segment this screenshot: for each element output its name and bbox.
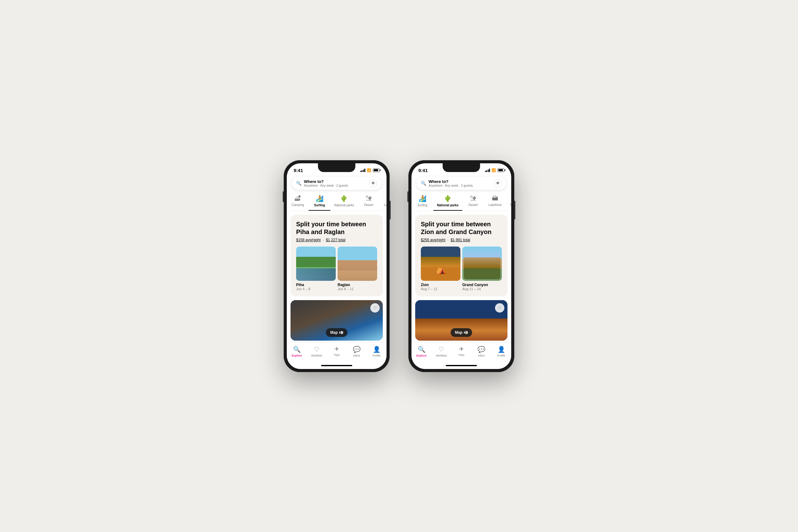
location-3-block: Zion Aug 7 – 11 — [421, 247, 460, 291]
status-time-1: 9:41 — [293, 168, 303, 173]
nav-explore-2[interactable]: 🔍 Explore — [412, 346, 432, 357]
inbox-label-1: Inbox — [353, 354, 360, 357]
category-tabs-1: 🏕 Camping 🏄 Surfing 🌵 National parks 🏜 D… — [287, 192, 386, 211]
search-icon-1: 🔍 — [296, 181, 301, 186]
main-content-2: Split your time between Zion and Grand C… — [412, 211, 511, 342]
wifi-icon-2: 📶 — [492, 168, 496, 172]
tab-camping-1[interactable]: 🏕 Camping — [287, 193, 309, 211]
home-indicator-2 — [412, 362, 511, 369]
map-button-2[interactable]: Map — [451, 328, 472, 337]
inbox-icon-2: 💬 — [478, 346, 485, 353]
profile-label-2: Profile — [497, 354, 505, 357]
trips-label-2: Trips — [458, 354, 464, 357]
price-avg-2: $256 avg/night — [421, 238, 445, 242]
search-section-1: 🔍 Where to? Anywhere · Any week · 2 gues… — [287, 174, 386, 192]
surfing-label-1: Surfing — [314, 204, 325, 207]
nav-profile-1[interactable]: 👤 Profile — [366, 346, 386, 357]
nav-wishlists-2[interactable]: ♡ Wishlists — [432, 346, 451, 357]
location-4-block: Grand Canyon Aug 11 – 14 — [462, 247, 502, 291]
desert-icon-1: 🏜 — [366, 195, 372, 202]
filter-button-1[interactable]: ⚙ — [369, 179, 377, 187]
battery-icon-2 — [497, 169, 505, 172]
search-bar-1[interactable]: 🔍 Where to? Anywhere · Any week · 2 gues… — [292, 177, 382, 190]
wishlists-label-1: Wishlists — [311, 354, 322, 357]
national-parks-label-1: National parks — [334, 204, 354, 207]
tab-national-parks-2[interactable]: 🌵 National parks — [433, 193, 462, 211]
battery-icon-1 — [373, 169, 380, 172]
trips-label-1: Trips — [334, 354, 340, 357]
location4-name: Grand Canyon — [462, 283, 502, 287]
surfing-icon-2: 🏄 — [419, 195, 426, 202]
home-indicator-1 — [287, 362, 386, 369]
tab-desert-1[interactable]: 🏜 Desert — [358, 193, 380, 211]
wishlist-button-1[interactable]: ♡ — [370, 303, 380, 312]
split-images-1: Piha Jun 4 – 8 Raglan Jun 8 – 11 — [296, 247, 377, 291]
explore-label-2: Explore — [416, 354, 426, 357]
notch-2 — [443, 163, 480, 172]
search-sub-1: Anywhere · Any week · 2 guests — [304, 184, 366, 187]
desert-icon-2: 🏜 — [470, 195, 476, 202]
signal-icon-2 — [485, 169, 490, 172]
wishlists-label-2: Wishlists — [436, 354, 447, 357]
national-parks-label-2: National parks — [437, 204, 458, 207]
nav-explore-1[interactable]: 🔍 Explore — [287, 346, 307, 357]
location3-name: Zion — [421, 283, 460, 287]
lakefront-label-1: Lakefront — [384, 203, 386, 207]
nav-trips-1[interactable]: ✈ Trips — [327, 346, 347, 357]
map-grid-icon-1 — [340, 331, 343, 334]
preview-card-1: Map ♡ — [290, 300, 383, 341]
location-1-block: Piha Jun 4 – 8 — [296, 247, 336, 291]
nav-inbox-1[interactable]: 💬 Inbox — [347, 346, 366, 357]
status-time-2: 9:41 — [418, 168, 428, 173]
national-parks-icon-2: 🌵 — [444, 195, 452, 202]
zion-image — [421, 247, 460, 281]
tab-surfing-1[interactable]: 🏄 Surfing — [309, 193, 330, 211]
location2-dates: Jun 8 – 11 — [338, 287, 377, 291]
search-icon-2: 🔍 — [421, 181, 426, 186]
nav-trips-2[interactable]: ✈ Trips — [451, 346, 471, 357]
search-bar-2[interactable]: 🔍 Where to? Anywhere · Any week · 2 gues… — [416, 177, 506, 190]
tab-national-parks-1[interactable]: 🌵 National parks — [330, 193, 358, 211]
search-main-1: Where to? — [304, 179, 366, 184]
national-parks-icon-1: 🌵 — [340, 195, 348, 202]
tab-treehouse-2[interactable]: 🌳 Treehouse — [506, 193, 511, 211]
status-icons-2: 📶 — [485, 168, 505, 172]
location2-name: Raglan — [338, 283, 377, 287]
trips-icon-1: ✈ — [335, 346, 339, 353]
split-title-2: Split your time between Zion and Grand C… — [421, 220, 502, 236]
inbox-icon-1: 💬 — [353, 346, 361, 353]
split-price-2: $256 avg/night · $1,991 total — [421, 238, 502, 242]
filter-button-2[interactable]: ⚙ — [494, 179, 502, 187]
wifi-icon-1: 📶 — [367, 168, 371, 172]
split-title-1: Split your time between Piha and Raglan — [296, 220, 377, 236]
map-button-1[interactable]: Map — [326, 328, 347, 337]
explore-label-1: Explore — [291, 354, 302, 357]
tab-surfing-2[interactable]: 🏄 Surfing — [412, 193, 433, 211]
camping-label-1: Camping — [291, 203, 304, 207]
tab-lakefront-2[interactable]: 🏔 Lakefront — [484, 193, 506, 211]
notch — [318, 163, 355, 172]
category-tabs-2: 🏄 Surfing 🌵 National parks 🏜 Desert 🏔 La… — [412, 192, 511, 211]
search-text-1: Where to? Anywhere · Any week · 2 guests — [304, 179, 366, 187]
bottom-nav-2: 🔍 Explore ♡ Wishlists ✈ Trips 💬 Inbox 👤 — [412, 342, 511, 362]
location1-dates: Jun 4 – 8 — [296, 287, 336, 291]
nav-profile-2[interactable]: 👤 Profile — [491, 346, 511, 357]
explore-icon-2: 🔍 — [418, 346, 425, 353]
trips-icon-2: ✈ — [459, 346, 464, 353]
preview-card-2: Map ♡ — [415, 300, 508, 341]
wishlist-button-2[interactable]: ♡ — [495, 303, 505, 312]
lakefront-label-2: Lakefront — [489, 203, 501, 207]
tab-lakefront-1[interactable]: 🏔 Lakefront — [380, 193, 386, 211]
nav-wishlists-1[interactable]: ♡ Wishlists — [307, 346, 327, 357]
desert-label-2: Desert — [469, 203, 478, 207]
tab-desert-2[interactable]: 🏜 Desert — [462, 193, 484, 211]
map-grid-icon-2 — [464, 331, 468, 334]
nav-inbox-2[interactable]: 💬 Inbox — [471, 346, 491, 357]
split-card-2: Split your time between Zion and Grand C… — [415, 215, 508, 297]
phone-national-parks: 9:41 📶 🔍 — [408, 160, 514, 372]
search-section-2: 🔍 Where to? Anywhere · Any week · 2 gues… — [412, 174, 511, 192]
bottom-nav-1: 🔍 Explore ♡ Wishlists ✈ Trips 💬 Inbox 👤 — [287, 342, 386, 362]
map-label-2: Map — [455, 330, 462, 335]
lakefront-icon-2: 🏔 — [492, 195, 498, 202]
grandcanyon-image — [462, 247, 502, 281]
